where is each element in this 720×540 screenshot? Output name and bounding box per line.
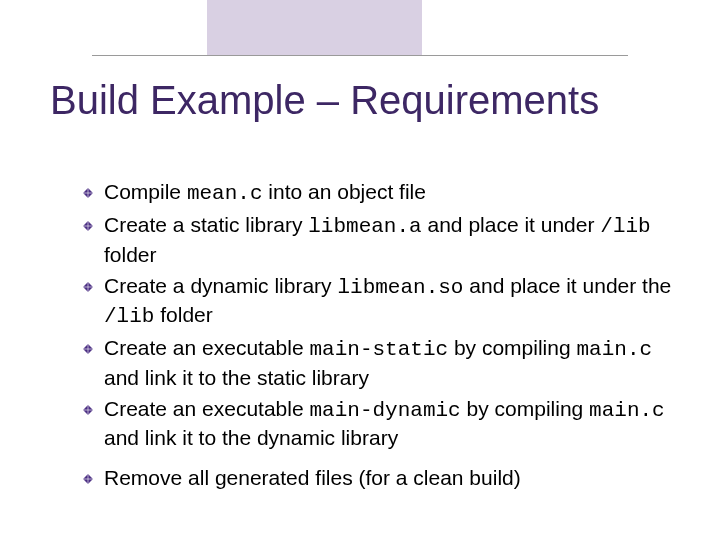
text-segment: by compiling	[448, 336, 576, 359]
diamond-bullet-icon	[82, 187, 94, 199]
text-segment: Create an executable	[104, 336, 309, 359]
text-segment: into an object file	[263, 180, 426, 203]
decorative-header-line	[92, 55, 628, 56]
list-item-text: Compile mean.c into an object file	[104, 178, 672, 207]
text-segment: Compile	[104, 180, 187, 203]
bullet-list: Compile mean.c into an object file Creat…	[82, 178, 672, 493]
text-segment: Remove all generated files (for a clean …	[104, 466, 521, 489]
list-item: Create a static library libmean.a and pl…	[82, 211, 672, 268]
text-segment: by compiling	[461, 397, 589, 420]
decorative-header-shade	[207, 0, 422, 55]
list-item-text: Create a static library libmean.a and pl…	[104, 211, 672, 268]
text-segment: and link it to the static library	[104, 366, 369, 389]
text-segment: Create a dynamic library	[104, 274, 337, 297]
list-item: Remove all generated files (for a clean …	[82, 464, 672, 493]
text-segment: and place it under	[422, 213, 601, 236]
slide-title: Build Example – Requirements	[50, 78, 599, 123]
code-segment: main-dynamic	[309, 399, 460, 422]
code-segment: /lib	[104, 305, 154, 328]
list-item-text: Remove all generated files (for a clean …	[104, 464, 672, 493]
diamond-bullet-icon	[82, 404, 94, 416]
text-segment: and link it to the dynamic library	[104, 426, 398, 449]
diamond-bullet-icon	[82, 220, 94, 232]
code-segment: libmean.a	[308, 215, 421, 238]
list-item: Create an executable main-dynamic by com…	[82, 395, 672, 452]
code-segment: main.c	[576, 338, 652, 361]
text-segment: Create a static library	[104, 213, 308, 236]
list-item-text: Create an executable main-dynamic by com…	[104, 395, 672, 452]
list-item: Compile mean.c into an object file	[82, 178, 672, 207]
code-segment: main-static	[309, 338, 448, 361]
slide: Build Example – Requirements Compile mea…	[0, 0, 720, 540]
code-segment: /lib	[600, 215, 650, 238]
list-item-text: Create a dynamic library libmean.so and …	[104, 272, 672, 331]
list-item-text: Create an executable main-static by comp…	[104, 334, 672, 391]
code-segment: libmean.so	[337, 276, 463, 299]
text-segment: folder	[104, 243, 157, 266]
list-item: Create a dynamic library libmean.so and …	[82, 272, 672, 331]
list-item: Create an executable main-static by comp…	[82, 334, 672, 391]
diamond-bullet-icon	[82, 343, 94, 355]
text-segment: and place it under the	[463, 274, 671, 297]
diamond-bullet-icon	[82, 473, 94, 485]
code-segment: main.c	[589, 399, 665, 422]
text-segment: Create an executable	[104, 397, 309, 420]
code-segment: mean.c	[187, 182, 263, 205]
text-segment: folder	[154, 303, 212, 326]
diamond-bullet-icon	[82, 281, 94, 293]
